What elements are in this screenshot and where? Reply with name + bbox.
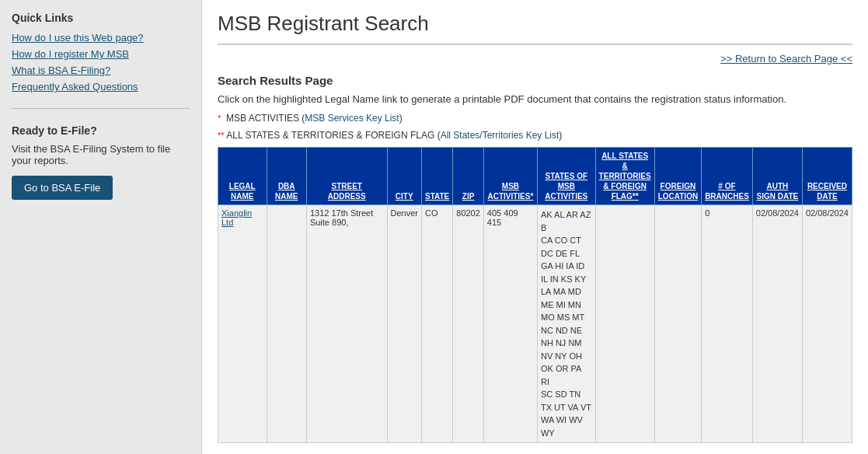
table-row: Xianglin Ltd 1312 17th Street Suite 890,… [218, 205, 852, 443]
cell-all-states [595, 205, 654, 443]
col-foreign-location: FOREIGNLOCATION [654, 148, 701, 205]
col-legal-name: LEGAL NAME [218, 148, 267, 205]
quick-links-section: Quick Links How do I use this Web page? … [12, 12, 190, 93]
return-search-link[interactable]: >> Return to Search Page << [218, 53, 852, 65]
search-instructions: Click on the highlighted Legal Name link… [218, 93, 852, 105]
col-dba-name: DBA NAME [267, 148, 306, 205]
legend-asterisk-single: * MSB ACTIVITIES (MSB Services Key List) [218, 113, 403, 124]
col-msb-activities: MSBACTIVITIES* [483, 148, 537, 205]
cell-dba-name [267, 205, 306, 443]
cell-states-msb: AK AL AR AZ BCA CO CTDC DE FLGA HI IA ID… [537, 205, 595, 443]
cell-state: CO [421, 205, 452, 443]
legend-asterisk-double: ** ALL STATES & TERRITORIES & FOREIGN FL… [218, 130, 562, 141]
bsa-efile-title: Ready to E-File? [12, 124, 190, 137]
main-content: MSB Registrant Search >> Return to Searc… [202, 0, 868, 454]
sidebar-item-how-to-use[interactable]: How do I use this Web page? [12, 32, 190, 44]
bsa-efile-text: Visit the BSA E-Filing System to file yo… [12, 143, 190, 166]
cell-street-address: 1312 17th Street Suite 890, [306, 205, 387, 443]
results-table: LEGAL NAME DBA NAME STREETADDRESS CITY S… [218, 147, 852, 443]
bsa-efile-button[interactable]: Go to BSA E-File [12, 176, 113, 200]
col-num-branches: # OFBRANCHES [702, 148, 753, 205]
col-auth-sign-date: AUTHSIGN DATE [752, 148, 802, 205]
page-title: MSB Registrant Search [218, 12, 852, 45]
sidebar: Quick Links How do I use this Web page? … [0, 0, 202, 454]
col-all-states: ALL STATES&TERRITORIES& FOREIGNFLAG** [595, 148, 654, 205]
col-street-address: STREETADDRESS [306, 148, 387, 205]
all-states-key-list-link[interactable]: All States/Territories Key List [441, 130, 559, 141]
cell-num-branches: 0 [702, 205, 753, 443]
col-received-date: RECEIVEDDATE [802, 148, 852, 205]
cell-legal-name: Xianglin Ltd [218, 205, 267, 443]
col-state: STATE [421, 148, 452, 205]
cell-foreign-location [654, 205, 701, 443]
legend-msb: * MSB ACTIVITIES (MSB Services Key List) [218, 113, 852, 124]
search-results-title: Search Results Page [218, 74, 852, 87]
bsa-efile-section: Ready to E-File? Visit the BSA E-Filing … [12, 120, 190, 200]
legend-all-states: ** ALL STATES & TERRITORIES & FOREIGN FL… [218, 130, 852, 141]
msb-key-list-link[interactable]: MSB Services Key List [305, 113, 399, 124]
cell-zip: 80202 [453, 205, 484, 443]
sidebar-item-faq[interactable]: Frequently Asked Questions [12, 81, 190, 93]
col-zip: ZIP [453, 148, 484, 205]
col-states-msb: STATES OFMSBACTIVITIES [537, 148, 595, 205]
sidebar-divider [12, 108, 190, 109]
quick-links-title: Quick Links [12, 12, 190, 24]
cell-msb-activities: 405 409 415 [483, 205, 537, 443]
col-city: CITY [387, 148, 421, 205]
cell-city: Denver [387, 205, 421, 443]
legal-name-link[interactable]: Xianglin Ltd [221, 208, 252, 227]
sidebar-item-bsa-efiling[interactable]: What is BSA E-Filing? [12, 65, 190, 76]
cell-received-date: 02/08/2024 [802, 205, 852, 443]
cell-auth-sign-date: 02/08/2024 [752, 205, 802, 443]
sidebar-item-register-msb[interactable]: How do I register My MSB [12, 48, 190, 60]
